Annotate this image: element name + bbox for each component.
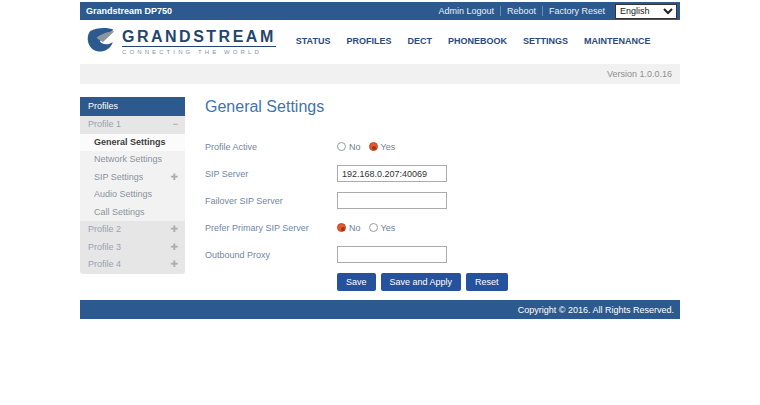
outbound-proxy-input[interactable] <box>337 246 447 263</box>
reboot-link[interactable]: Reboot <box>500 6 542 16</box>
radio-unchecked-icon[interactable] <box>337 142 346 151</box>
prefer-primary-yes-radio[interactable]: Yes <box>369 223 396 233</box>
expand-icon[interactable] <box>170 260 178 269</box>
expand-icon[interactable] <box>170 173 178 182</box>
field-label: Outbound Proxy <box>205 250 337 260</box>
header: GRANDSTREAM CONNECTING THE WORLD STATUS … <box>80 20 680 62</box>
field-label: SIP Server <box>205 169 337 179</box>
sidebar: Profiles Profile 1 General Settings Netw… <box>80 97 185 274</box>
nav-phonebook[interactable]: PHONEBOOK <box>440 32 515 50</box>
radio-checked-icon[interactable] <box>337 223 346 232</box>
sidebar-header-profiles: Profiles <box>80 97 185 116</box>
grandstream-logo-icon <box>86 27 116 56</box>
field-profile-active: Profile Active No Yes <box>205 138 680 155</box>
sidebar-item-sip-settings[interactable]: SIP Settings <box>80 169 185 187</box>
field-sip-server: SIP Server <box>205 165 680 182</box>
sip-server-input[interactable] <box>337 165 447 182</box>
version-text: Version 1.0.0.16 <box>607 69 672 79</box>
sidebar-item-profile-1[interactable]: Profile 1 <box>80 116 185 134</box>
field-outbound-proxy: Outbound Proxy <box>205 246 680 263</box>
sidebar-item-call-settings[interactable]: Call Settings <box>80 204 185 222</box>
page-title: General Settings <box>205 98 680 116</box>
sidebar-item-general-settings[interactable]: General Settings <box>80 134 185 152</box>
failover-sip-server-input[interactable] <box>337 192 447 209</box>
save-button[interactable]: Save <box>337 273 376 291</box>
save-and-apply-button[interactable]: Save and Apply <box>381 273 462 291</box>
main-nav: STATUS PROFILES DECT PHONEBOOK SETTINGS … <box>288 32 659 50</box>
button-row: Save Save and Apply Reset <box>337 273 680 291</box>
expand-icon[interactable] <box>170 225 178 234</box>
sidebar-item-network-settings[interactable]: Network Settings <box>80 151 185 169</box>
grandstream-logo: GRANDSTREAM CONNECTING THE WORLD <box>86 27 276 56</box>
copyright-text: Copyright © 2016. All Rights Reserved. <box>518 305 674 315</box>
sidebar-item-profile-4[interactable]: Profile 4 <box>80 256 185 274</box>
radio-checked-icon[interactable] <box>369 142 378 151</box>
main-panel: General Settings Profile Active No Yes S… <box>185 97 680 291</box>
reset-button[interactable]: Reset <box>466 273 508 291</box>
collapse-icon[interactable] <box>173 120 178 129</box>
top-bar: Grandstream DP750 Admin Logout Reboot Fa… <box>80 2 680 20</box>
logo-wordmark: GRANDSTREAM <box>122 28 276 47</box>
footer: Copyright © 2016. All Rights Reserved. <box>80 300 680 319</box>
version-bar: Version 1.0.0.16 <box>80 64 680 84</box>
profile-active-no-radio[interactable]: No <box>337 142 361 152</box>
radio-unchecked-icon[interactable] <box>369 223 378 232</box>
field-label: Profile Active <box>205 142 337 152</box>
device-title: Grandstream DP750 <box>86 6 172 16</box>
expand-icon[interactable] <box>170 243 178 252</box>
nav-maintenance[interactable]: MAINTENANCE <box>576 32 659 50</box>
field-prefer-primary-sip-server: Prefer Primary SIP Server No Yes <box>205 219 680 236</box>
prefer-primary-no-radio[interactable]: No <box>337 223 361 233</box>
logo-tagline: CONNECTING THE WORLD <box>122 49 276 55</box>
admin-logout-link[interactable]: Admin Logout <box>432 6 500 16</box>
nav-profiles[interactable]: PROFILES <box>338 32 399 50</box>
nav-settings[interactable]: SETTINGS <box>515 32 576 50</box>
field-failover-sip-server: Failover SIP Server <box>205 192 680 209</box>
profile-active-yes-radio[interactable]: Yes <box>369 142 396 152</box>
sidebar-item-profile-2[interactable]: Profile 2 <box>80 221 185 239</box>
nav-status[interactable]: STATUS <box>288 32 339 50</box>
factory-reset-link[interactable]: Factory Reset <box>542 6 611 16</box>
language-select[interactable]: English <box>615 4 677 19</box>
field-label: Failover SIP Server <box>205 196 337 206</box>
page: Grandstream DP750 Admin Logout Reboot Fa… <box>80 0 680 319</box>
sidebar-item-audio-settings[interactable]: Audio Settings <box>80 186 185 204</box>
nav-dect[interactable]: DECT <box>399 32 440 50</box>
field-label: Prefer Primary SIP Server <box>205 223 337 233</box>
sidebar-item-profile-3[interactable]: Profile 3 <box>80 239 185 257</box>
